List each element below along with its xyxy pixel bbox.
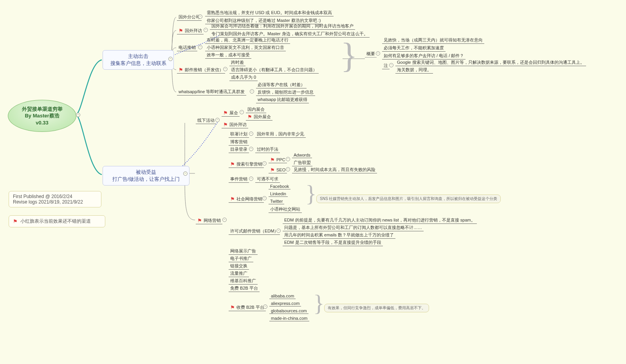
net-toggle[interactable]: − (222, 218, 227, 222)
node-a5c[interactable]: whatsapp 比邮箱更难获得 (256, 97, 309, 103)
node-n14b[interactable]: aliexpress.com (269, 301, 301, 306)
node-off2[interactable]: ⚑国外拜访 (222, 121, 248, 128)
a4-label: 邮件推销（开发信） (185, 67, 224, 72)
node-a5a[interactable]: 必须等客户在线（时差） (256, 82, 307, 88)
node-n14c[interactable]: globalsources.com (269, 308, 308, 314)
branch-active[interactable]: 主动出击 搜集客户信息，主动联系 (103, 50, 174, 70)
node-a4[interactable]: ⚑邮件推销（开发信） (177, 67, 225, 74)
root-toggle[interactable]: − (76, 113, 80, 117)
flag-icon: ⚑ (13, 218, 18, 224)
a2-toggle[interactable]: − (204, 28, 208, 32)
node-n14[interactable]: ⚑收费 B2B 平台 (229, 304, 266, 311)
node-n7[interactable]: 许可式邮件营销（EDM） (229, 228, 280, 235)
branch-passive[interactable]: 被动受益 打广告/做活动，让客户找上门 (103, 166, 189, 186)
node-n6b[interactable]: Linkedin (269, 191, 288, 197)
node-a4a[interactable]: 跨时差 (229, 59, 245, 66)
n5-toggle[interactable]: − (249, 177, 253, 181)
n1-toggle[interactable]: − (249, 132, 253, 136)
node-n7b[interactable]: 问题是，基本上所有外贸公司和工厂的订阅人数都可以直接忽略不计…… (283, 225, 424, 231)
node-n6c[interactable]: Twitter (269, 199, 284, 204)
node-off1b[interactable]: ⚑国外展会 (246, 114, 272, 121)
n6-label: 社会网络营销 (236, 196, 262, 201)
node-n12[interactable]: 维基百科推广 (229, 278, 258, 285)
node-sum2[interactable]: 必须每天工作，不能积累加速度 (382, 45, 446, 52)
node-sum4[interactable]: 注 (382, 63, 390, 69)
node-n4s1[interactable]: 见效慢，时间成本太高，而且有失败的风险 (292, 167, 377, 173)
off1-toggle[interactable]: − (240, 110, 244, 114)
node-n2[interactable]: 博客营销 (229, 139, 249, 146)
off1b-label: 国外展会 (254, 114, 271, 119)
sum-toggle[interactable]: − (376, 51, 380, 56)
branchA-toggle[interactable]: − (168, 57, 173, 61)
a4-toggle[interactable]: − (223, 67, 227, 71)
node-n9[interactable]: 电子书推广 (229, 256, 253, 262)
node-offline[interactable]: 线下活动 (196, 117, 216, 124)
node-sum1[interactable]: 见效快，当场（或两三天内）就可得知有无潜在意向 (382, 37, 484, 44)
node-n13[interactable]: 免费 B2B 平台 (229, 285, 260, 292)
node-off1a[interactable]: 国内展会 (246, 106, 266, 113)
node-n14a[interactable]: alibaba.com (269, 294, 296, 299)
n3-toggle[interactable]: − (249, 147, 253, 151)
n6-toggle[interactable]: − (262, 196, 267, 200)
node-n3a[interactable]: 过时的手法 (255, 146, 280, 153)
n4p-toggle[interactable]: − (286, 157, 290, 161)
node-n8[interactable]: 网络展示广告 (229, 248, 258, 255)
node-n4p1[interactable]: Adwords (292, 153, 312, 158)
a3-toggle[interactable]: − (198, 45, 202, 49)
n14-label: 收费 B2B 平台 (236, 305, 264, 310)
node-n6[interactable]: ⚑社会网络营销 (229, 196, 264, 203)
node-n10[interactable]: 链接交换 (229, 263, 249, 270)
brace-icon: } (313, 290, 325, 317)
a2-label: 国外拜访 (185, 28, 202, 33)
node-n5[interactable]: 事件营销 (229, 176, 249, 183)
node-sum4b[interactable]: 海关数据，同理。 (395, 67, 433, 74)
node-a2[interactable]: ⚑国外拜访 (177, 27, 204, 34)
node-n1[interactable]: 联署计划 (229, 131, 249, 138)
node-n7c[interactable]: 用几年的时间去积累 emails 数？早就做出上千万的业绩了 (283, 232, 395, 239)
root-node[interactable]: 外贸接单渠道穷举 By Master蔡浩 v0.33 (8, 100, 76, 132)
sum4-toggle[interactable]: − (389, 63, 393, 67)
node-a2a[interactable]: 国外展会与拜访结合着做：利用在国外开展会的期间，同时去拜访当地客户 (210, 23, 355, 30)
brace-icon: } (305, 180, 317, 207)
node-a4b[interactable]: 语言障碍更小（有翻译工具，不会口音问题） (229, 67, 319, 74)
a5-toggle[interactable]: − (250, 89, 254, 94)
node-n3[interactable]: 目录登录 (229, 146, 249, 153)
n7-toggle[interactable]: − (276, 229, 281, 233)
node-a1a[interactable]: 需熟悉当地法规，并支付 USD 或 EUD。时间成本和金钱成本双高 (205, 10, 334, 16)
node-n5a[interactable]: 可遇不可求 (255, 176, 280, 183)
offline-toggle[interactable]: − (215, 118, 220, 122)
node-off1[interactable]: ⚑展会 (222, 110, 240, 117)
n14-toggle[interactable]: − (263, 305, 267, 309)
branchA-l1: 主动出击 (107, 53, 170, 60)
node-net[interactable]: ⚑网络营销 (196, 217, 222, 224)
net-label: 网络营销 (204, 218, 221, 223)
node-a4c[interactable]: 成本几乎为 0 (229, 74, 258, 81)
node-n1a[interactable]: 国外常用，国内非常少见 (255, 131, 306, 138)
node-a3[interactable]: 电话推销 (177, 45, 197, 51)
off1-label: 展会 (229, 110, 238, 115)
node-a3a[interactable]: 有时差，南、北美洲一定要晚上打电话才行 (205, 37, 290, 44)
flag-icon: ⚑ (230, 196, 235, 202)
node-a3b[interactable]: 小语种国家英文不流利，英文国家有口音 (205, 45, 286, 51)
node-a3c[interactable]: 效率一般，成本可接受 (205, 52, 251, 59)
legend-line2: Revise logs 2021/8/19, 2021/9/22 (13, 199, 97, 205)
node-sum[interactable]: 概要 (365, 51, 377, 58)
node-n4[interactable]: ⚑搜索引擎营销 (229, 161, 264, 168)
node-n7a[interactable]: EDM 的前提是，先要有几千几万的人主动订阅你的 news list，再对他们进… (283, 217, 477, 224)
branchB-toggle[interactable]: − (183, 171, 188, 176)
node-n4p2[interactable]: 广告联盟 (292, 160, 312, 166)
a1-toggle[interactable]: − (198, 14, 202, 19)
n4s-toggle[interactable]: − (286, 167, 290, 171)
node-sum4a[interactable]: Google 搜索关键词、地图、图片等，只解决数据来源，要联系，还是会回归到具体… (395, 59, 586, 66)
node-sum3[interactable]: 如何有足够多的客户去拜访 / 电话 / 邮件？ (382, 53, 465, 59)
n4-toggle[interactable]: − (262, 161, 267, 166)
node-n6a[interactable]: Facebook (269, 184, 290, 189)
node-n14d[interactable]: made-in-china.com (269, 316, 309, 321)
node-n4p[interactable]: ⚑PPC (269, 157, 287, 163)
node-n4s[interactable]: ⚑SEO (269, 167, 287, 173)
node-n11[interactable]: 流量推广 (229, 270, 249, 277)
node-a5[interactable]: whatsapp/line 等即时通讯工具群发 (177, 89, 246, 96)
node-a5b[interactable]: 反馈快，能刨挖出进一步信息 (256, 89, 315, 96)
node-n6d[interactable]: 小语种社交网站 (269, 206, 302, 213)
node-n7d[interactable]: EDM 是二次销售等手段，不是直接提升业绩的手段 (283, 240, 383, 246)
